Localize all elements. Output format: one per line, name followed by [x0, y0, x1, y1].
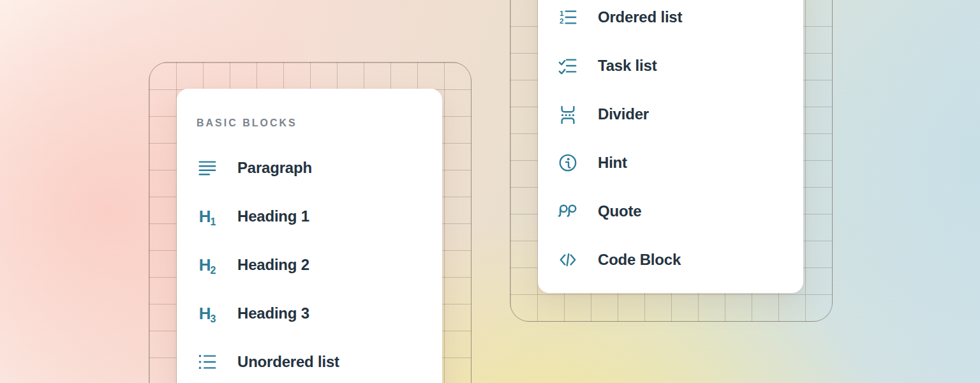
menu-item-ordered-list[interactable]: 1 2 Ordered list: [538, 0, 803, 41]
section-header: BASIC BLOCKS: [197, 116, 442, 131]
menu-item-quote[interactable]: Quote: [538, 187, 803, 236]
menu-item-hint[interactable]: Hint: [538, 139, 803, 187]
divider-icon: [558, 103, 577, 125]
task-list-icon: [558, 55, 577, 77]
menu-item-label: Hint: [598, 154, 627, 172]
unordered-list-icon: [198, 351, 217, 373]
menu-item-label: Task list: [598, 57, 657, 75]
menu-item-label: Quote: [598, 202, 641, 220]
ordered-list-icon: 1 2: [558, 6, 577, 28]
menu-item-label: Paragraph: [237, 159, 312, 177]
paragraph-icon: [198, 157, 217, 179]
menu-item-heading-3[interactable]: H3 Heading 3: [177, 289, 442, 338]
basic-blocks-menu: BASIC BLOCKS Paragraph H1 Heading 1 H2: [177, 89, 442, 383]
menu-item-label: Ordered list: [598, 8, 682, 26]
menu-item-label: Heading 2: [237, 256, 309, 274]
heading-2-icon: H2: [198, 254, 217, 276]
heading-1-icon: H1: [198, 206, 217, 227]
code-block-icon: [558, 249, 577, 271]
blocks-menu-continued: 1 2 Ordered list Task list: [538, 0, 803, 293]
hint-icon: [558, 152, 577, 174]
svg-text:2: 2: [560, 17, 564, 25]
menu-item-code-block[interactable]: Code Block: [538, 236, 803, 284]
menu-item-paragraph[interactable]: Paragraph: [177, 144, 442, 192]
quote-icon: [558, 200, 577, 222]
menu-item-unordered-list[interactable]: Unordered list: [177, 338, 442, 383]
menu-item-heading-1[interactable]: H1 Heading 1: [177, 192, 442, 241]
menu-rows: Paragraph H1 Heading 1 H2 Heading 2 H3 H…: [177, 144, 442, 383]
menu-item-label: Code Block: [598, 251, 681, 269]
menu-item-label: Heading 1: [237, 207, 309, 225]
menu-item-label: Heading 3: [237, 304, 309, 322]
menu-item-task-list[interactable]: Task list: [538, 41, 803, 90]
menu-item-label: Divider: [598, 105, 649, 123]
menu-item-heading-2[interactable]: H2 Heading 2: [177, 241, 442, 289]
menu-item-label: Unordered list: [237, 353, 339, 371]
menu-item-divider[interactable]: Divider: [538, 90, 803, 139]
heading-3-icon: H3: [198, 303, 217, 324]
